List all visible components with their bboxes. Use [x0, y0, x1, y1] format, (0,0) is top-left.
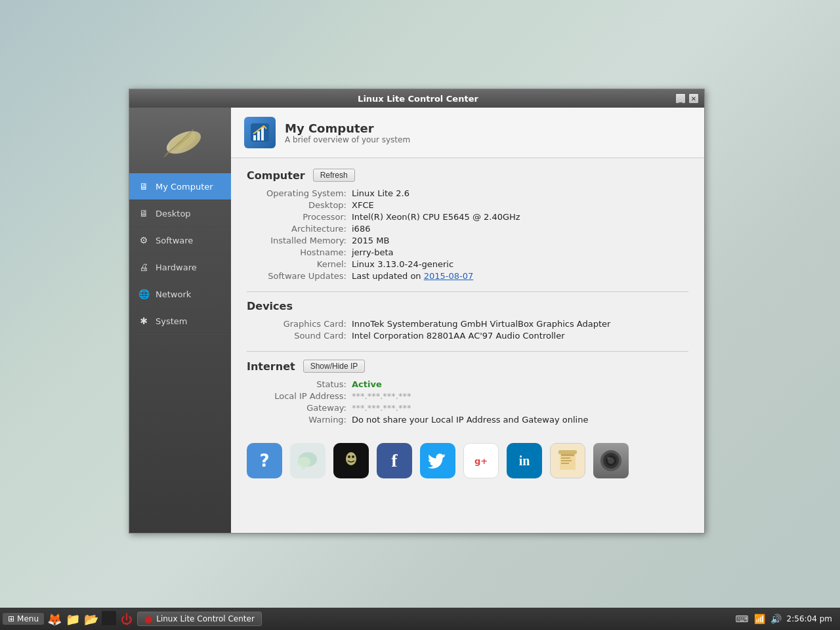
gateway-row: Gateway: ***.***.***.***	[247, 403, 688, 413]
arch-row: Architecture: i686	[247, 224, 688, 234]
show-hide-ip-button[interactable]: Show/Hide IP	[303, 360, 366, 373]
facebook-icon[interactable]: f	[377, 443, 412, 478]
minimize-button[interactable]: _	[675, 93, 686, 104]
system-icon: ✱	[137, 314, 150, 327]
taskbar-quick-launch: 🦊 📁 📂 ⏻	[47, 611, 135, 627]
menu-button[interactable]: ⊞ Menu	[3, 613, 44, 625]
memory-row: Installed Memory: 2015 MB	[247, 236, 688, 245]
desktop-icon: 🖥	[137, 207, 150, 220]
sidebar-item-software[interactable]: ⚙ Software	[129, 227, 231, 254]
refresh-button[interactable]: Refresh	[313, 169, 355, 182]
volume-icon: 🔊	[770, 614, 782, 624]
chat-icon[interactable]	[290, 443, 326, 478]
computer-info-table: Operating System: Linux Lite 2.6 Desktop…	[247, 188, 688, 281]
svg-rect-9	[257, 131, 260, 140]
processor-label: Processor:	[247, 212, 352, 222]
camera-icon[interactable]	[593, 443, 629, 478]
sidebar-item-desktop[interactable]: 🖥 Desktop	[129, 200, 231, 227]
memory-label: Installed Memory:	[247, 236, 352, 245]
sidebar-logo	[129, 108, 231, 173]
close-button[interactable]: ✕	[688, 93, 699, 104]
updates-value: Last updated on 2015-08-07	[352, 271, 473, 281]
kernel-value: Linux 3.13.0-24-generic	[352, 259, 453, 269]
devices-info-table: Graphics Card: InnoTek Systemberatung Gm…	[247, 319, 688, 341]
google-plus-icon[interactable]: g+	[463, 443, 499, 478]
svg-rect-10	[261, 127, 264, 140]
sidebar-item-desktop-label: Desktop	[156, 209, 191, 219]
kernel-row: Kernel: Linux 3.13.0-24-generic	[247, 259, 688, 269]
updates-label: Software Updates:	[247, 271, 352, 281]
warning-row: Warning: Do not share your Local IP Addr…	[247, 415, 688, 425]
taskbar-window-label: Linux Lite Control Center	[156, 614, 255, 623]
processor-value: Intel(R) Xeon(R) CPU E5645 @ 2.40GHz	[352, 212, 520, 222]
divider-2	[247, 351, 688, 352]
taskbar-folder2-icon[interactable]: 📂	[83, 611, 99, 627]
sidebar-item-network-label: Network	[156, 289, 191, 299]
svg-rect-8	[253, 135, 256, 140]
linkedin-icon[interactable]: in	[507, 443, 542, 478]
software-icon: ⚙	[137, 234, 150, 247]
sidebar-item-system[interactable]: ✱ System	[129, 308, 231, 335]
status-row: Status: Active	[247, 379, 688, 389]
svg-rect-19	[561, 457, 570, 459]
monitor-icon: 🖥	[137, 180, 150, 193]
sidebar-item-hardware[interactable]: 🖨 Hardware	[129, 254, 231, 281]
divider-1	[247, 291, 688, 292]
twitter-bird-icon	[427, 450, 448, 471]
computer-section-header: Computer Refresh	[247, 169, 688, 182]
sidebar-item-my-computer[interactable]: 🖥 My Computer	[129, 173, 231, 200]
graphics-value: InnoTek Systemberatung GmbH VirtualBox G…	[352, 319, 610, 329]
gateway-label: Gateway:	[247, 403, 352, 413]
graphics-label: Graphics Card:	[247, 319, 352, 329]
keyboard-icon: ⌨	[735, 614, 748, 624]
processor-row: Processor: Intel(R) Xeon(R) CPU E5645 @ …	[247, 212, 688, 222]
sidebar-item-software-label: Software	[156, 236, 193, 245]
internet-section-header: Internet Show/Hide IP	[247, 360, 688, 373]
internet-info-table: Status: Active Local IP Address: ***.***…	[247, 379, 688, 425]
tasks-icon[interactable]	[550, 443, 585, 478]
titlebar: Linux Lite Control Center _ ✕	[129, 89, 704, 108]
page-subtitle: A brief overview of your system	[285, 135, 410, 144]
update-date-link[interactable]: 2015-08-07	[424, 271, 474, 281]
os-value: Linux Lite 2.6	[352, 188, 410, 198]
sidebar: 🖥 My Computer 🖥 Desktop ⚙ Software 🖨 Har…	[129, 108, 231, 533]
window-body: 🖥 My Computer 🖥 Desktop ⚙ Software 🖨 Har…	[129, 108, 704, 533]
svg-rect-22	[558, 450, 577, 454]
taskbar-firefox-icon[interactable]: 🦊	[47, 611, 62, 627]
page-header-text: My Computer A brief overview of your sys…	[285, 121, 410, 144]
taskbar-window-icon: ●	[144, 614, 152, 624]
linux-lite-icon[interactable]	[333, 443, 369, 478]
sidebar-item-network[interactable]: 🌐 Network	[129, 281, 231, 308]
help-icon[interactable]: ?	[247, 443, 282, 478]
taskbar-clock: 2:56:04 pm	[787, 614, 832, 623]
window-title: Linux Lite Control Center	[161, 94, 675, 104]
svg-point-27	[607, 457, 610, 459]
sidebar-item-hardware-label: Hardware	[156, 262, 197, 272]
menu-label: Menu	[17, 614, 39, 623]
taskbar-window-button[interactable]: ● Linux Lite Control Center	[137, 612, 262, 626]
svg-point-16	[352, 455, 354, 458]
taskbar-folder-icon[interactable]: 📁	[65, 611, 81, 627]
kernel-label: Kernel:	[247, 259, 352, 269]
svg-rect-21	[561, 463, 569, 464]
taskbar: ⊞ Menu 🦊 📁 📂 ⏻ ● Linux Lite Control Cent…	[0, 608, 840, 630]
camera-lens-icon	[600, 450, 622, 472]
twitter-icon[interactable]	[420, 443, 455, 478]
arch-label: Architecture:	[247, 224, 352, 234]
sound-row: Sound Card: Intel Corporation 82801AA AC…	[247, 331, 688, 341]
gateway-value: ***.***.***.***	[352, 403, 411, 413]
taskbar-power-icon[interactable]: ⏻	[119, 611, 135, 627]
memory-value: 2015 MB	[352, 236, 389, 245]
sidebar-item-system-label: System	[156, 316, 187, 326]
taskbar-terminal-icon[interactable]	[102, 611, 116, 625]
feather-logo-icon	[151, 117, 210, 163]
updates-row: Software Updates: Last updated on 2015-0…	[247, 271, 688, 281]
chat-bubble-icon	[296, 449, 320, 472]
os-row: Operating System: Linux Lite 2.6	[247, 188, 688, 198]
warning-label: Warning:	[247, 415, 352, 425]
content-area: Computer Refresh Operating System: Linux…	[231, 158, 704, 497]
linux-logo-icon	[339, 449, 363, 472]
hostname-row: Hostname: jerry-beta	[247, 247, 688, 257]
page-header-icon	[244, 117, 276, 148]
svg-rect-20	[561, 460, 572, 461]
